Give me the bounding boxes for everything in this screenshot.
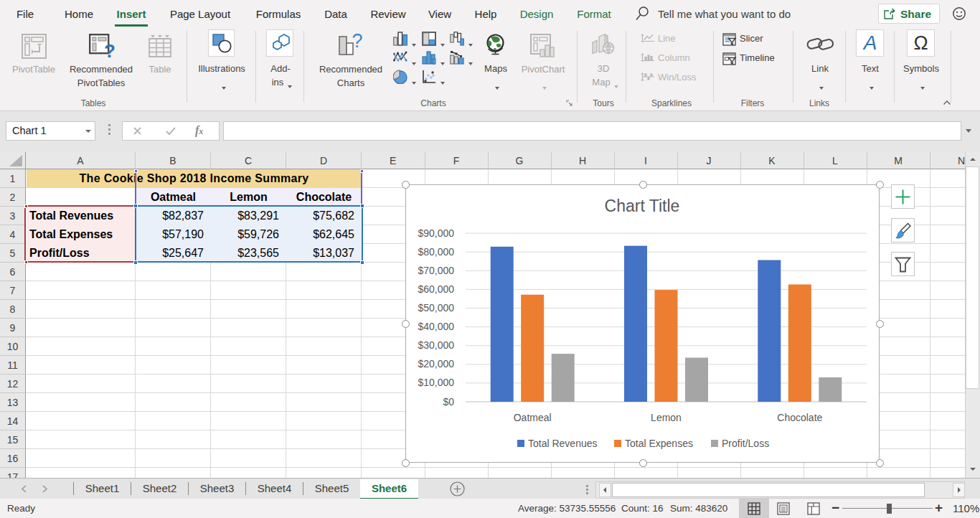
svg-text:$70,000: $70,000 [418, 265, 454, 276]
svg-text:$50,000: $50,000 [418, 302, 454, 314]
svg-text:Chart Title: Chart Title [605, 197, 680, 215]
svg-text:Total Revenues: Total Revenues [528, 438, 598, 449]
svg-text:Oatmeal: Oatmeal [514, 412, 552, 423]
svg-text:Total Expenses: Total Expenses [625, 438, 693, 449]
svg-text:$80,000: $80,000 [418, 246, 454, 258]
svg-text:$60,000: $60,000 [418, 283, 454, 295]
svg-text:$0: $0 [443, 396, 454, 408]
svg-text:Profit/Loss: Profit/Loss [722, 438, 769, 449]
svg-text:?: ? [352, 32, 362, 52]
svg-text:?: ? [104, 40, 115, 60]
svg-text:A: A [862, 32, 877, 54]
svg-text:Ω: Ω [913, 32, 928, 54]
svg-text:$10,000: $10,000 [418, 377, 454, 388]
svg-text:Lemon: Lemon [651, 412, 682, 423]
svg-text:$40,000: $40,000 [418, 321, 454, 332]
svg-text:$20,000: $20,000 [418, 358, 454, 369]
svg-text:Chocolate: Chocolate [777, 412, 822, 423]
svg-text:$30,000: $30,000 [418, 339, 454, 351]
svg-text:$90,000: $90,000 [418, 227, 454, 239]
